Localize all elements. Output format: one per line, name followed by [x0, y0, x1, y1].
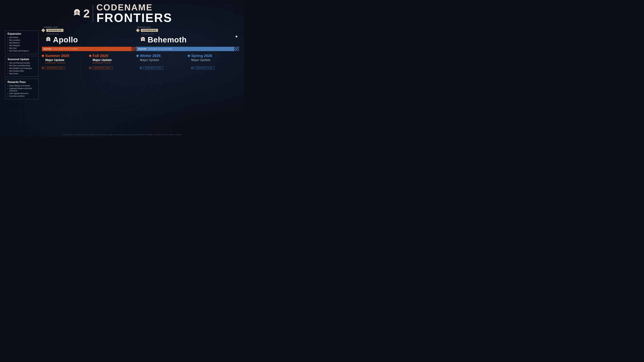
update-winter-2025-major: Major Update — [136, 58, 184, 62]
expansion-apollo-name-row: Apollo — [42, 35, 133, 44]
season-available-winter: AVAILABLE TO ALL PLAYERS — [148, 48, 172, 50]
expansion-behemoth-diamond — [136, 28, 140, 32]
codename-label: CODENAME — [96, 3, 172, 12]
legend-seasonal-box: Seasonal Update New and Reprised Activit… — [5, 56, 38, 77]
expansion-behemoth-name-row: Behemoth — [136, 35, 239, 44]
expansion-behemoth-tag: EXPANSION — [141, 29, 158, 32]
season-label-summer: SUMMER 2025 — [44, 26, 138, 28]
timeline-progress-dot — [236, 35, 238, 37]
legend-expansion-item-2: New Locations — [8, 39, 36, 41]
expansion-apollo-name: Apollo — [53, 35, 78, 44]
rewards-summer1-diamond — [42, 66, 44, 69]
legend-seasonal-item-3: New Modifiers and Challenges — [8, 67, 36, 69]
legend-rewards-item-2: Legendary Weapon and Armor Ornaments — [8, 87, 36, 92]
update-fall-2025-diamond — [89, 54, 92, 57]
rewards-winter2-diamond — [191, 66, 194, 69]
rewards-row: REWARDS PASS REWARDS PASS REWARDS PASS R… — [42, 66, 239, 69]
legend-rewards-list: Exotic Weapon & Ornament Legendary Weapo… — [8, 85, 36, 97]
update-summer-2025-block: Summer 2025 Major Update CODENAME: ARSEN… — [42, 54, 89, 64]
update-fall-2025-title-row: Fall 2025 — [89, 54, 133, 58]
rewards-summer2-tag: REWARDS PASS — [92, 66, 112, 69]
update-winter-2025-diamond — [136, 54, 139, 57]
legend-rewards-box: Rewards Pass Exotic Weapon & Ornament Le… — [5, 79, 38, 99]
rewards-summer2-block: REWARDS PASS — [89, 66, 136, 69]
legend-expansion-item-5: New Gear — [8, 47, 36, 49]
destiny-ghost-icon — [72, 8, 82, 18]
season-labels-row: SUMMER 2025 WINTER 2025 — [42, 26, 239, 28]
header-divider — [93, 5, 93, 22]
expansion-behemoth-codename-label: CODENAME — [136, 33, 239, 35]
update-spring-2026-diamond — [188, 54, 190, 57]
legend-rewards-title: Rewards Pass — [8, 81, 36, 84]
expansion-apollo-block: EXPANSION CODENAME Apollo — [42, 29, 136, 44]
rewards-winter1-diamond — [140, 66, 142, 69]
svg-point-8 — [76, 12, 78, 13]
rewards-winter1-block: REWARDS PASS — [136, 66, 188, 69]
legend-seasonal-item-1: New and Reprised Activities — [8, 62, 36, 64]
season-band-winter-content: SEASON AVAILABLE TO ALL PLAYERS — [136, 47, 172, 51]
legend-seasonal-item-4: New Sandbox Meta — [8, 70, 36, 72]
main-body: Expansion New Stories New Locations New … — [0, 25, 244, 133]
frontiers-label: FRONTIERS — [96, 12, 172, 24]
legend-seasonal-item-2: New Gear and Artifact Mods — [8, 64, 36, 67]
update-summer-2025-title-row: Summer 2025 — [42, 54, 86, 58]
update-winter-2025-title-row: Winter 2025 — [136, 54, 184, 58]
update-spring-2026-title: Spring 2026 — [191, 54, 212, 58]
legend-expansion-title: Expansion — [8, 32, 36, 35]
update-spring-2026-major: Major Update — [188, 58, 236, 62]
legend-rewards-item-1: Exotic Weapon & Ornament — [8, 85, 36, 87]
legend-expansion-item-3: New Missions — [8, 42, 36, 44]
update-summer-2025-title: Summer 2025 — [45, 54, 69, 58]
destiny-logo: 2 — [72, 8, 90, 19]
season-band-summer-content: SEASON AVAILABLE TO ALL PLAYERS — [42, 47, 78, 51]
expansion-apollo-diamond — [42, 28, 45, 32]
rewards-summer1-tag: REWARDS PASS — [45, 66, 65, 69]
season-stripe-summer — [132, 47, 136, 51]
legend-rewards-item-4: Cosmetics and More — [8, 95, 36, 97]
season-word-summer: SEASON — [44, 48, 52, 50]
legend-seasonal-title: Seasonal Update — [8, 58, 36, 61]
codename-area: CODENAME FRONTIERS — [96, 3, 172, 24]
svg-point-12 — [142, 38, 144, 39]
update-summer-2025-diamond — [42, 54, 44, 57]
update-spring-2026-title-row: Spring 2026 — [188, 54, 236, 58]
header: 2 CODENAME FRONTIERS — [0, 0, 244, 25]
expansion-behemoth-header: EXPANSION — [136, 29, 239, 32]
updates-row: Summer 2025 Major Update CODENAME: ARSEN… — [42, 54, 239, 64]
rewards-summer2-diamond — [89, 66, 92, 69]
expansion-apollo-tag: EXPANSION — [46, 29, 64, 32]
update-fall-2025-title: Fall 2025 — [92, 54, 108, 58]
footer-text: ©2024 Bungie, Inc. All rights reserved. … — [63, 134, 182, 135]
legend-expansion-box: Expansion New Stories New Locations New … — [5, 30, 38, 54]
expansion-apollo-codename-label: CODENAME — [42, 33, 133, 35]
season-available-summer: AVAILABLE TO ALL PLAYERS — [53, 48, 78, 50]
timeline-area: SUMMER 2025 WINTER 2025 EXPANSION CODENA… — [38, 25, 239, 133]
expansion-apollo-ghost-icon — [45, 37, 51, 43]
update-summer-2025-major: Major Update — [42, 58, 86, 62]
update-summer-2025-codename: CODENAME: ARSENAL — [42, 62, 86, 64]
season-word-winter: SEASON — [138, 48, 146, 50]
rewards-winter2-tag: REWARDS PASS — [194, 66, 214, 69]
update-fall-2025-codename: CODENAME: SURGE — [89, 62, 133, 64]
update-winter-2025-block: Winter 2025 Major Update — [136, 54, 188, 64]
d2-label: 2 — [83, 8, 90, 19]
expansion-behemoth-name: Behemoth — [148, 35, 187, 44]
season-stripe-winter — [234, 47, 239, 51]
rewards-winter1-tag: REWARDS PASS — [143, 66, 163, 69]
legend-expansion-item-6: New Raids and Dungeons — [8, 50, 36, 52]
expansion-behemoth-ghost-icon — [140, 37, 146, 43]
season-band-row: SEASON AVAILABLE TO ALL PLAYERS SEASON A… — [42, 47, 239, 51]
legend-rewards-item-3: Gear Upgrade Resources — [8, 92, 36, 95]
rewards-winter2-block: REWARDS PASS — [188, 66, 239, 69]
logo-area: 2 CODENAME FRONTIERS — [72, 3, 172, 24]
legend-expansion-item-1: New Stories — [8, 36, 36, 39]
rewards-summer1-block: REWARDS PASS — [42, 66, 89, 69]
svg-point-10 — [48, 38, 49, 39]
update-fall-2025-major: Major Update — [89, 58, 133, 62]
season-label-winter: WINTER 2025 — [138, 26, 239, 28]
expansion-row: EXPANSION CODENAME Apollo — [42, 29, 239, 44]
update-winter-2025-title: Winter 2025 — [140, 54, 160, 58]
expansion-behemoth-block: EXPANSION CODENAME Behemoth — [136, 29, 239, 44]
left-legend: Expansion New Stories New Locations New … — [5, 25, 38, 133]
legend-expansion-list: New Stories New Locations New Missions N… — [8, 36, 36, 52]
